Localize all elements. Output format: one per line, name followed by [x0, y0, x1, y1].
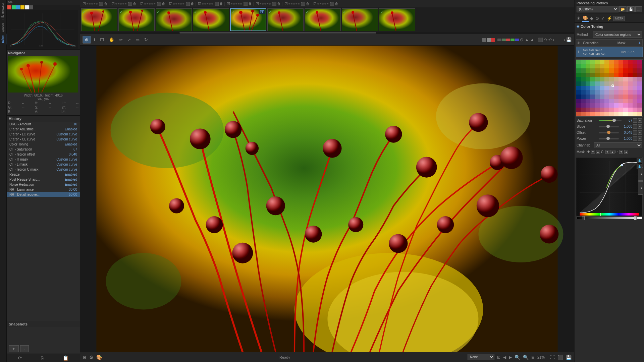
color-cell-10-10[interactable] — [623, 103, 628, 108]
color-cell-8-5[interactable] — [600, 95, 604, 99]
color-cell-2-13[interactable] — [637, 68, 642, 73]
tab-raw[interactable]: ⚡ — [606, 15, 613, 21]
color-cell-10-2[interactable] — [586, 103, 590, 108]
filmstrip-icon-4[interactable]: ⬛ — [128, 2, 132, 6]
color-cell-4-9[interactable] — [619, 77, 623, 81]
color-cell-3-7[interactable] — [609, 73, 614, 77]
mask-l-up[interactable]: ▲ — [624, 150, 628, 154]
color-cell-1-8[interactable] — [614, 64, 619, 68]
color-cell-0-8[interactable] — [614, 60, 619, 64]
mask-h-down[interactable]: ▼ — [591, 150, 595, 154]
history-item-9[interactable]: CT - region C maskCustom curve — [7, 167, 80, 172]
color-cell-1-4[interactable] — [595, 64, 600, 68]
color-cell-3-3[interactable] — [590, 73, 595, 77]
color-cell-3-2[interactable] — [586, 73, 590, 77]
filmstrip-trash-8[interactable]: 🗑 — [306, 2, 310, 6]
color-cell-9-12[interactable] — [633, 99, 637, 103]
color-cell-12-12[interactable] — [633, 112, 637, 116]
color-swatch-gray[interactable] — [29, 5, 33, 9]
copy-profile-button[interactable]: ⎘ — [41, 355, 44, 361]
color-cell-4-2[interactable] — [586, 77, 590, 81]
color-cell-8-9[interactable] — [619, 95, 623, 99]
filmstrip-icon-7[interactable]: ☑ — [169, 2, 172, 6]
tool-inspector-button[interactable]: ⧠ — [98, 36, 106, 43]
film-thumb-6[interactable]: ✓ — [267, 8, 304, 31]
filmstrip-icon-8[interactable]: ⬛ — [185, 2, 190, 6]
filmstrip-trash-6[interactable]: 🗑 — [248, 2, 252, 6]
proc-save-button[interactable]: 💾 — [627, 6, 635, 12]
color-cell-6-12[interactable] — [633, 86, 637, 90]
history-item-10[interactable]: ResizeEnabled — [7, 172, 80, 177]
tab-color[interactable]: 🎨 — [582, 15, 589, 22]
fullscreen-editor-button[interactable]: ⬛ — [557, 355, 563, 360]
color-cell-1-12[interactable] — [633, 64, 637, 68]
color-cell-11-11[interactable] — [628, 108, 633, 112]
color-cell-0-2[interactable] — [586, 60, 590, 64]
color-cell-7-1[interactable] — [581, 90, 586, 95]
color-cell-3-5[interactable] — [600, 73, 604, 77]
color-cell-4-0[interactable] — [576, 77, 581, 81]
filmstrip-icon-16[interactable]: ⬛ — [301, 2, 306, 6]
color-cell-1-11[interactable] — [628, 64, 633, 68]
color-cell-8-7[interactable] — [609, 95, 614, 99]
zoom-out-button[interactable]: 🔍 — [515, 355, 520, 360]
filmstrip-icon-13[interactable]: ☑ — [256, 2, 259, 6]
color-cell-12-2[interactable] — [586, 112, 590, 116]
color-cell-10-3[interactable] — [590, 103, 595, 108]
color-cell-4-1[interactable] — [581, 77, 586, 81]
color-cell-2-9[interactable] — [619, 68, 623, 73]
color-cell-11-2[interactable] — [586, 108, 590, 112]
history-item-4[interactable]: Color ToningEnabled — [7, 142, 80, 147]
color-cell-9-1[interactable] — [581, 99, 586, 103]
saturation-plus[interactable]: + — [638, 118, 642, 123]
color-cell-2-12[interactable] — [633, 68, 637, 73]
color-cell-12-11[interactable] — [628, 112, 633, 116]
save-queue-button[interactable]: ⊕ — [83, 355, 87, 360]
color-cell-11-12[interactable] — [633, 108, 637, 112]
color-cell-9-11[interactable] — [628, 99, 633, 103]
filmstrip-icon-1[interactable]: ☑ — [83, 2, 86, 6]
history-item-5[interactable]: CT - Saturation67 — [7, 147, 80, 152]
clipping-button[interactable]: ▲ — [525, 37, 529, 42]
paste-profile-button[interactable]: 📋 — [63, 355, 68, 361]
before-after-button[interactable]: ⬛ — [538, 38, 543, 42]
color-cell-5-13[interactable] — [637, 81, 642, 86]
color-cell-11-9[interactable] — [619, 108, 623, 112]
color-cell-5-3[interactable] — [590, 81, 595, 86]
filmstrip-icon-6[interactable]: ⬛ — [157, 2, 161, 6]
mask-l-down[interactable]: ▼ — [619, 150, 623, 154]
send-to-queue-button[interactable]: 💾 — [566, 355, 572, 360]
color-cell-12-13[interactable] — [637, 112, 642, 116]
color-cell-0-5[interactable] — [600, 60, 604, 64]
color-cell-8-6[interactable] — [604, 95, 609, 99]
color-cell-6-9[interactable] — [619, 86, 623, 90]
proc-more-button[interactable]: … — [635, 6, 642, 12]
color-cell-4-3[interactable] — [590, 77, 595, 81]
color-cell-5-1[interactable] — [581, 81, 586, 86]
color-cell-4-10[interactable] — [623, 77, 628, 81]
color-cell-3-11[interactable] — [628, 73, 633, 77]
color-cell-8-1[interactable] — [581, 95, 586, 99]
color-cell-2-5[interactable] — [600, 68, 604, 73]
rotate-cw-button[interactable]: ↷ — [544, 38, 547, 42]
film-thumb-1[interactable]: ✓ — [81, 8, 117, 31]
color-cell-4-11[interactable] — [628, 77, 633, 81]
curve-eyedropper-1[interactable]: 💧 — [637, 158, 642, 163]
mask-h-up[interactable]: ▲ — [596, 150, 600, 154]
filmstrip-trash-5[interactable]: 🗑 — [219, 2, 223, 6]
color-cell-9-2[interactable] — [586, 99, 590, 103]
color-cell-10-7[interactable] — [609, 103, 614, 108]
tool-straighten-button[interactable]: ↗ — [125, 37, 133, 43]
history-item-8[interactable]: CT - L maskCustom curve — [7, 162, 80, 167]
filmstrip-icon-18[interactable]: ⬛ — [330, 2, 334, 6]
color-cell-7-5[interactable] — [600, 90, 604, 95]
color-swatch-blue[interactable] — [16, 5, 20, 9]
color-cell-11-8[interactable] — [614, 108, 619, 112]
history-item-14[interactable]: NR - Detail recove...50.00 — [7, 192, 80, 197]
color-cell-8-2[interactable] — [586, 95, 590, 99]
color-cell-10-6[interactable] — [604, 103, 609, 108]
tab-transform[interactable]: ⤢ — [600, 15, 605, 21]
color-cell-12-9[interactable] — [619, 112, 623, 116]
color-cell-5-4[interactable] — [595, 81, 600, 86]
color-cell-2-1[interactable] — [581, 68, 586, 73]
